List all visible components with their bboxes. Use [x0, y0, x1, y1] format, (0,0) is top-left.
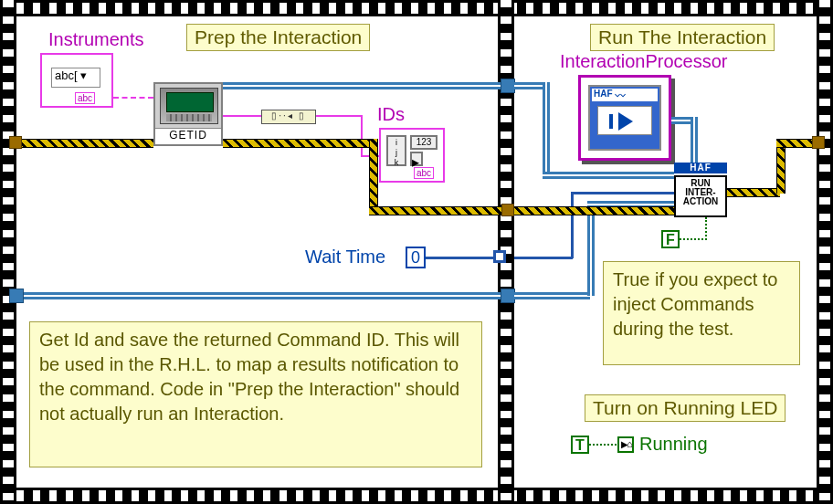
instruments-control[interactable]: abc[ ▾ abc — [40, 53, 113, 108]
wire-instruments-getid — [113, 97, 153, 99]
running-indicator-icon[interactable] — [617, 436, 634, 453]
ids-indicator[interactable]: ijk 123 ▸ abc — [379, 128, 445, 183]
wire-error-rt-out-h2 — [776, 139, 817, 148]
wire-getid-buildarr — [223, 115, 261, 117]
comment-prep: Get Id and save the returned Command ID.… — [29, 321, 482, 467]
wire-error-rt-in — [514, 206, 674, 215]
tunnel-cluster-top — [501, 79, 515, 93]
interactionprocessor-control[interactable]: HAF ⌵⌵ — [578, 75, 671, 161]
run-interaction-text: RUN INTER-ACTION — [683, 178, 718, 206]
play-icon — [597, 106, 652, 135]
wire-error-midv — [369, 139, 378, 208]
wait-time-label: Wait Time — [305, 247, 385, 268]
tunnel-cluster-bot-r — [501, 289, 515, 303]
comment-inject: True if you expect to inject Commands du… — [603, 261, 800, 365]
instruments-label: Instruments — [48, 29, 143, 50]
wire-cluster-rt-topv — [543, 82, 550, 173]
tunnel-error-r — [501, 204, 514, 216]
tunnel-error-far-r — [812, 136, 825, 149]
sequence-structure: Prep the Interaction Instruments abc[ ▾ … — [0, 0, 833, 504]
wait-time-constant[interactable]: 0 — [406, 247, 426, 268]
wire-buildarr-ids-v — [361, 115, 363, 157]
wire-cluster-rt-top — [514, 82, 545, 89]
inject-commands-const[interactable]: F — [661, 230, 680, 248]
wire-false-to-run-h — [680, 238, 707, 240]
wire-cluster-bot — [16, 292, 504, 299]
ids-label: IDs — [377, 104, 405, 125]
tunnel-error-l — [9, 136, 22, 149]
wire-error-mid — [223, 139, 369, 148]
tunnel-cluster-bot-l — [9, 289, 24, 303]
getid-subvi[interactable]: GETID — [153, 82, 223, 146]
wire-cluster-top — [223, 82, 511, 89]
build-array-node[interactable]: ▯··◂ ▯ — [261, 110, 316, 124]
wire-false-to-run-v — [705, 217, 707, 240]
frame-title-left: Prep the Interaction — [186, 24, 370, 51]
wire-buildarr-ids-h — [316, 115, 362, 117]
running-true-const[interactable]: T — [571, 436, 589, 454]
wire-cluster-rt-to-run — [543, 172, 674, 179]
wire-error-top-l — [16, 139, 153, 148]
running-label: Running — [639, 434, 708, 455]
run-interaction-subvi[interactable]: HAF RUN INTER-ACTION — [674, 163, 727, 217]
wire-wait-rt-h2 — [571, 192, 674, 194]
wire-wait-rt-v — [571, 192, 574, 258]
wire-error-rt-out-h — [727, 188, 780, 197]
wire-ip-to-run-v — [691, 117, 698, 166]
wire-true-running — [589, 444, 617, 446]
frame-title-right: Run The Interaction — [590, 24, 775, 51]
tunnel-wait — [493, 250, 506, 263]
wire-wait-rt-h — [514, 257, 573, 259]
haf-banner-icon: HAF ⌵⌵ — [592, 89, 658, 101]
wire-cluster-rt-bot-h — [514, 292, 590, 299]
wire-error-mid2 — [369, 206, 506, 215]
led-title: Turn on Running LED — [585, 394, 786, 422]
interactionprocessor-label: InteractionProcessor — [560, 51, 727, 72]
wire-wait-out — [426, 257, 493, 259]
